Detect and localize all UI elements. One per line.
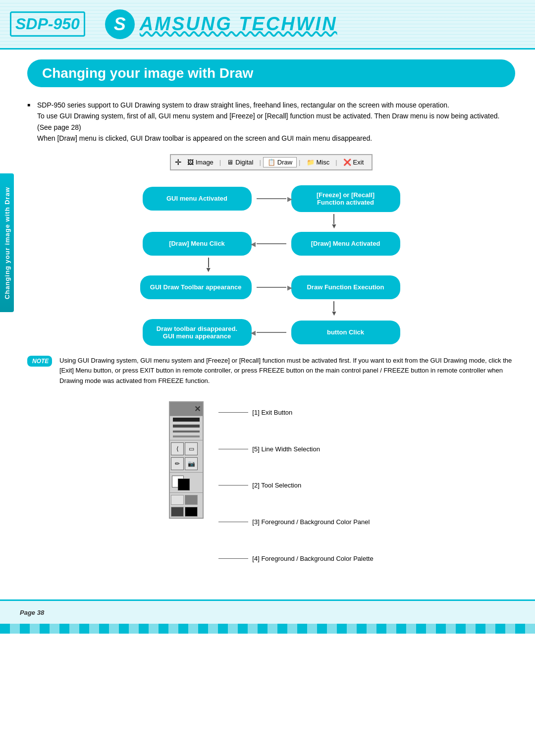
callout-line-4 — [218, 522, 248, 522]
divider-1 — [170, 440, 203, 440]
note-section: NOTE Using GUI Drawing system, GUI menu … — [27, 356, 515, 386]
separator4: | — [335, 159, 337, 166]
divider-3 — [170, 492, 203, 493]
separator3: | — [299, 159, 300, 166]
tool-icon-pencil[interactable]: ✏ — [171, 457, 184, 470]
h-arrow-line-3 — [257, 287, 286, 288]
menu-item-draw[interactable]: 📋 Draw — [263, 157, 297, 167]
color-panel — [170, 474, 203, 491]
toolbar-container: ✕ ⟨ ▭ ✏ 📷 — [169, 401, 373, 570]
toolbar-diagram: ✕ ⟨ ▭ ✏ 📷 — [27, 401, 515, 570]
callout-exit: [1] Exit Button — [218, 409, 373, 416]
flow-box-freeze-recall: [Freeze] or [Recall]Function activated — [291, 185, 400, 212]
palette-box-3 — [171, 507, 184, 517]
toolbar-top-row: ✕ — [170, 402, 203, 416]
callout-label-exit: [1] Exit Button — [252, 409, 292, 416]
callout-line-3 — [218, 485, 248, 486]
digital-icon: 🖥 — [227, 159, 233, 166]
x-icon: ✕ — [194, 404, 201, 414]
callout-line-1 — [218, 412, 248, 413]
flow-cell-left-1: GUI menu Activated — [98, 187, 252, 211]
note-text: Using GUI Drawing system, GUI menu syste… — [59, 356, 515, 386]
paragraph2: To use GUI Drawing system, first of all,… — [37, 112, 499, 131]
flow-box-draw-function: Draw Function Execution — [291, 275, 400, 299]
page-content: Changing your image with Draw SDP-950 se… — [0, 50, 535, 599]
down-arrow-right-2: ▼ — [291, 299, 445, 319]
toolbar-icons-1: ⟨ ▭ — [170, 441, 203, 456]
palette-row-2 — [170, 506, 203, 518]
h-arrow-line-2 — [257, 243, 286, 244]
menu-item-misc[interactable]: 📁 Misc — [303, 158, 334, 167]
divider-2 — [170, 472, 203, 473]
note-badge: NOTE — [27, 356, 52, 367]
side-tab-label: Changing your image with Draw — [3, 187, 11, 299]
menu-item-image[interactable]: 🖼 Image — [183, 158, 217, 167]
move-icon: ✛ — [175, 158, 181, 167]
palette-row-1 — [170, 494, 203, 506]
image-icon: 🖼 — [187, 159, 194, 166]
exit-icon: ❌ — [343, 159, 351, 166]
logo-sdp: SDP-950 — [10, 11, 85, 37]
separator1: | — [219, 159, 221, 166]
down-arrow-left-1: ▼ — [98, 256, 252, 275]
flow-box-button-click: button Click — [291, 321, 400, 344]
palette-box-1 — [171, 495, 184, 505]
callout-label-palette: [4] Foreground / Background Color Palett… — [252, 555, 373, 562]
callout-label-linewidth: [5] Line Width Selection — [252, 445, 320, 453]
flow-cell-right-1: [Freeze] or [Recall]Function activated — [291, 185, 445, 212]
menu-bar-container: ✛ 🖼 Image | 🖥 Digital | 📋 Draw | 📁 Misc … — [27, 154, 515, 170]
page-title: Changing your image with Draw — [42, 65, 500, 81]
flow-cell-right-2: [Draw] Menu Activated — [291, 232, 445, 256]
callout-lines: [1] Exit Button [5] Line Width Selection… — [218, 401, 373, 570]
callout-tool: [2] Tool Selection — [218, 482, 373, 489]
separator2: | — [259, 159, 261, 166]
spacer-1 — [98, 218, 252, 225]
toolbar-icons-2: ✏ 📷 — [170, 456, 203, 471]
v-arrowhead-r2: ▼ — [331, 310, 338, 317]
tool-icon-angle[interactable]: ⟨ — [171, 442, 184, 455]
callout-linewidth: [5] Line Width Selection — [218, 445, 373, 453]
flow-cell-left-4: Draw toolbar disappeared.GUI menu appear… — [98, 319, 252, 346]
logo-area: SDP-950 S AMSUNG TECHWIN — [10, 9, 337, 39]
flow-arrow-right-1 — [252, 198, 291, 199]
logo-s-circle: S — [105, 9, 135, 39]
menu-item-exit[interactable]: ❌ Exit — [339, 158, 368, 167]
body-text: SDP-950 series support to GUI Drawing sy… — [27, 100, 515, 144]
callout-palette: [4] Foreground / Background Color Palett… — [218, 555, 373, 562]
down-arrow-right-1: ▼ — [291, 212, 445, 232]
flow-box-gui-menu: GUI menu Activated — [143, 187, 252, 211]
flow-box-draw-menu-click: [Draw] Menu Click — [143, 232, 252, 256]
draw-icon: 📋 — [268, 159, 275, 166]
toolbar-line-thin2 — [173, 435, 200, 437]
page-number: Page 38 — [20, 609, 44, 616]
flow-cell-right-3: Draw Function Execution — [291, 275, 445, 299]
toolbar-line-thin1 — [173, 431, 200, 432]
toolbar-line-wide — [173, 418, 200, 422]
flow-arrow-right-3 — [252, 287, 291, 288]
tool-icon-rect[interactable]: ▭ — [185, 442, 198, 455]
flow-cell-left-2: [Draw] Menu Click — [98, 232, 252, 256]
side-tab: Changing your image with Draw — [0, 173, 14, 312]
flow-arrow-left-2 — [252, 243, 291, 244]
bottom-stripes — [0, 624, 535, 634]
spacer-3 — [98, 305, 252, 313]
title-banner: Changing your image with Draw — [27, 59, 515, 87]
spacer-2 — [291, 262, 445, 269]
flow-cell-left-3: GUI Draw Toolbar appearance — [98, 275, 252, 299]
callout-line-5 — [218, 558, 248, 559]
page-footer: Page 38 — [0, 599, 535, 624]
v-arrowhead-l1: ▼ — [205, 266, 212, 273]
toolbar-image-wrapper: ✕ ⟨ ▭ ✏ 📷 — [169, 401, 204, 519]
callout-label-fg-bg: [3] Foreground / Background Color Panel — [252, 518, 370, 526]
paragraph1: SDP-950 series support to GUI Drawing sy… — [37, 101, 449, 109]
toolbar-line-med — [173, 425, 200, 428]
tool-icon-camera[interactable]: 📷 — [185, 457, 198, 470]
toolbar-image: ✕ ⟨ ▭ ✏ 📷 — [169, 401, 204, 519]
menu-item-digital[interactable]: 🖥 Digital — [223, 158, 257, 167]
color-box-black — [178, 479, 190, 490]
menu-bar: ✛ 🖼 Image | 🖥 Digital | 📋 Draw | 📁 Misc … — [170, 154, 373, 170]
callout-label-tool: [2] Tool Selection — [252, 482, 301, 489]
brand-name: AMSUNG TECHWIN — [140, 13, 337, 35]
header: SDP-950 S AMSUNG TECHWIN — [0, 0, 535, 50]
h-arrow-line-1 — [257, 198, 286, 199]
